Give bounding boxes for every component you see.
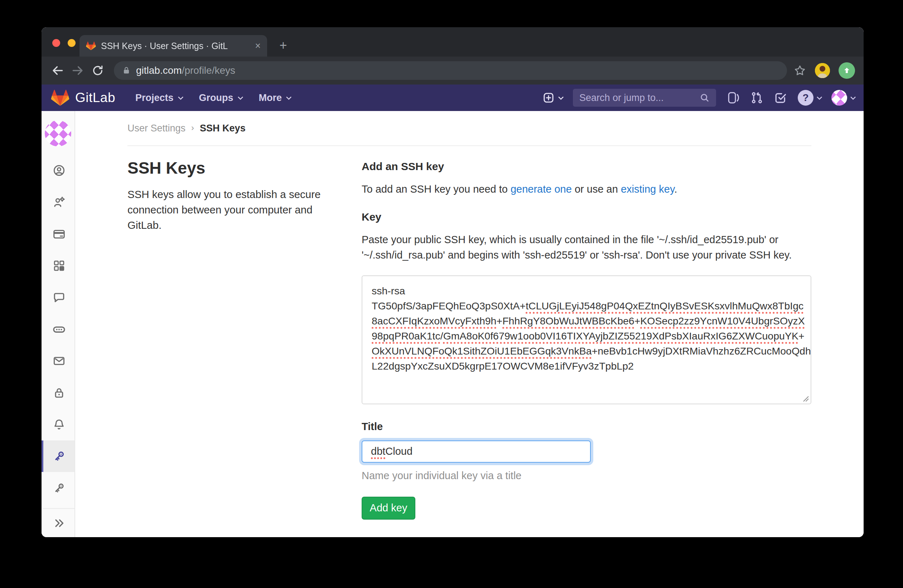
ssh-key-form: Add an SSH key To add an SSH key you nee… <box>362 146 811 537</box>
browser-tab[interactable]: SSH Keys · User Settings · GitL × <box>80 35 267 57</box>
tab-close-icon[interactable]: × <box>255 41 261 51</box>
sidebar-item-notifications[interactable] <box>41 409 74 440</box>
access-tokens-icon <box>52 323 66 336</box>
address-bar[interactable]: gitlab.com/profile/keys <box>114 61 787 80</box>
add-ssh-key-heading: Add an SSH key <box>362 160 811 173</box>
gitlab-brand-text[interactable]: GitLab <box>75 90 115 105</box>
new-tab-button[interactable]: + <box>275 37 291 54</box>
toolbar-right <box>793 62 855 79</box>
section-description: SSH Keys SSH keys allow you to establish… <box>127 146 362 537</box>
key-field-help: Paste your public SSH key, which is usua… <box>362 232 811 263</box>
plus-menu-icon <box>543 92 555 104</box>
ssh-key-textarea[interactable]: ssh-rsaTG50pfS/3apFEQhEoQ3pS0XtA+tCLUGjL… <box>362 275 811 404</box>
tab-bar: SSH Keys · User Settings · GitL × + <box>41 27 864 57</box>
help-icon: ? <box>798 90 813 105</box>
browser-window: SSH Keys · User Settings · GitL × + gitl… <box>41 27 864 537</box>
reload-icon <box>91 64 104 77</box>
sidebar-collapse-button[interactable] <box>41 508 74 537</box>
navbar-right: Search or jump to... ? <box>543 89 854 107</box>
close-window-button[interactable] <box>52 39 60 47</box>
breadcrumb: User Settings › SSH Keys <box>127 111 811 146</box>
sidebar-item-emails[interactable] <box>41 345 74 377</box>
sidebar-item-access-tokens[interactable] <box>41 313 74 345</box>
reload-button[interactable] <box>90 63 105 78</box>
browser-toolbar: gitlab.com/profile/keys <box>41 57 864 85</box>
user-avatar <box>831 90 847 105</box>
title-field-help: Name your individual key via a title <box>362 470 811 482</box>
profile-photo <box>815 63 830 78</box>
chevron-down-icon <box>238 94 243 100</box>
browser-profile-avatar[interactable] <box>815 63 830 78</box>
sidebar-item-applications[interactable] <box>41 250 74 282</box>
search-input[interactable]: Search or jump to... <box>573 89 716 107</box>
sidebar-item-chat[interactable] <box>41 282 74 314</box>
help-menu-button[interactable]: ? <box>798 90 821 105</box>
generate-one-link[interactable]: generate one <box>511 183 572 195</box>
new-menu-button[interactable] <box>543 92 562 104</box>
chat-icon <box>53 291 66 304</box>
page-body: User Settings › SSH Keys SSH Keys SSH ke… <box>41 111 864 537</box>
tab-title: SSH Keys · User Settings · GitL <box>101 41 253 51</box>
gitlab-logo-icon[interactable] <box>51 89 69 106</box>
chevron-down-icon <box>850 94 856 100</box>
sidebar-item-gpg-keys[interactable] <box>41 472 74 504</box>
browser-update-button[interactable] <box>838 62 855 79</box>
password-lock-icon <box>53 387 66 399</box>
nav-item-groups[interactable]: Groups <box>199 93 242 104</box>
forward-arrow-icon <box>71 64 85 77</box>
chevron-down-icon <box>558 94 564 100</box>
up-arrow-icon <box>843 66 851 75</box>
existing-key-link[interactable]: existing key <box>621 183 674 195</box>
search-icon <box>700 93 710 103</box>
breadcrumb-separator-icon: › <box>191 123 194 133</box>
issues-icon[interactable] <box>727 91 740 104</box>
notifications-bell-icon <box>53 418 66 431</box>
sidebar-item-profile[interactable] <box>41 155 74 187</box>
merge-request-icon[interactable] <box>750 91 763 104</box>
breadcrumb-parent[interactable]: User Settings <box>127 123 186 134</box>
emails-icon <box>53 355 66 368</box>
add-key-button[interactable]: Add key <box>362 497 415 520</box>
gitlab-favicon-icon <box>86 41 96 50</box>
search-placeholder: Search or jump to... <box>579 93 700 104</box>
sidebar-item-account[interactable] <box>41 187 74 219</box>
back-button[interactable] <box>50 63 65 78</box>
ssh-keys-icon <box>52 450 66 463</box>
user-avatar[interactable] <box>45 120 71 146</box>
title-input[interactable]: dbt Cloud <box>362 440 591 463</box>
account-icon <box>53 196 66 209</box>
user-menu-button[interactable] <box>831 90 854 105</box>
title-field-label: Title <box>362 421 811 432</box>
page-title: SSH Keys <box>127 158 328 178</box>
page-description: SSH keys allow you to establish a secure… <box>127 187 328 233</box>
sidebar-item-password[interactable] <box>41 377 74 409</box>
nav-item-projects[interactable]: Projects <box>135 93 182 104</box>
bookmark-star-icon[interactable] <box>793 64 806 77</box>
todos-icon[interactable] <box>774 91 787 104</box>
resize-grip-icon[interactable] <box>802 395 810 402</box>
add-ssh-key-intro: To add an SSH key you need to generate o… <box>362 182 811 197</box>
settings-sidebar <box>41 111 75 537</box>
url-host: gitlab.com <box>136 65 182 76</box>
chevron-down-icon <box>178 94 183 100</box>
collapse-icon <box>53 517 66 530</box>
key-field-label: Key <box>362 211 811 223</box>
secure-lock-icon <box>122 66 131 75</box>
gitlab-navbar: GitLab Projects Groups More Search or ju… <box>41 85 864 111</box>
sidebar-item-ssh-keys[interactable] <box>41 440 74 472</box>
main-content: User Settings › SSH Keys SSH Keys SSH ke… <box>75 111 864 537</box>
sidebar-item-billing[interactable] <box>41 218 74 250</box>
back-arrow-icon <box>51 64 64 77</box>
breadcrumb-current: SSH Keys <box>200 123 245 134</box>
applications-icon <box>53 259 65 272</box>
nav-item-more[interactable]: More <box>259 93 290 104</box>
profile-icon <box>53 164 66 177</box>
chevron-down-icon <box>286 94 292 100</box>
gpg-keys-icon <box>52 481 66 495</box>
forward-button[interactable] <box>70 63 85 78</box>
chevron-down-icon <box>817 94 823 100</box>
billing-icon <box>53 228 66 241</box>
minimize-window-button[interactable] <box>68 39 76 47</box>
url-path: /profile/keys <box>182 65 235 76</box>
nav-links: Projects Groups More <box>135 93 290 104</box>
